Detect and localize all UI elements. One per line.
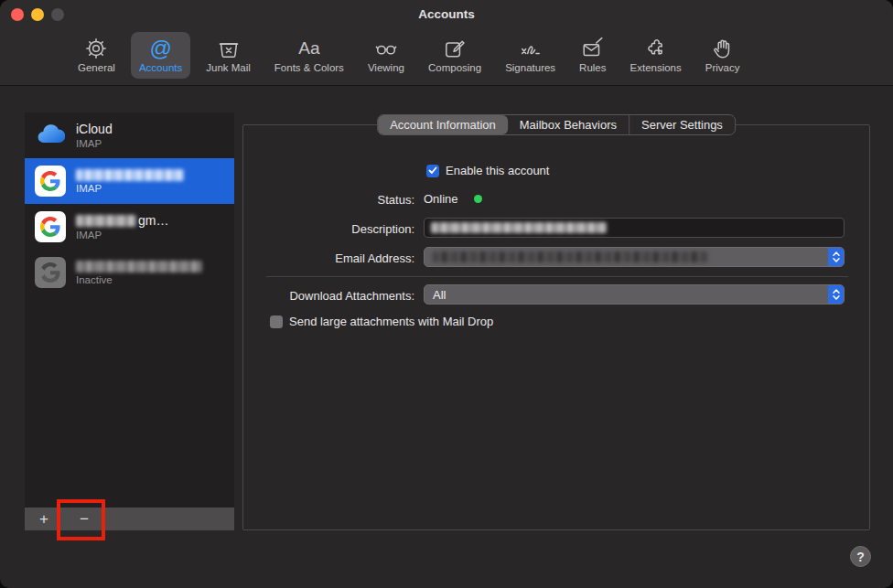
download-attachments-value: All	[433, 288, 446, 302]
toolbar-item-rules[interactable]: Rules	[571, 32, 614, 79]
account-row-icloud[interactable]: iCloud IMAP	[25, 112, 234, 158]
at-icon: @	[149, 36, 171, 60]
mail-settings-window: Accounts General @ Accounts	[0, 0, 893, 588]
account-type: IMAP	[76, 230, 168, 241]
account-type: IMAP	[76, 183, 184, 194]
toolbar-item-viewing[interactable]: Viewing	[360, 32, 413, 79]
google-icon	[35, 211, 66, 242]
help-button[interactable]: ?	[850, 546, 871, 567]
fonts-aa-icon: Aa	[298, 36, 319, 60]
title-bar: Accounts	[0, 0, 893, 29]
google-icon-grayed	[35, 257, 66, 288]
toolbar-item-composing[interactable]: Composing	[420, 32, 490, 79]
account-name-redacted	[76, 169, 184, 181]
toolbar-label: Rules	[579, 62, 606, 73]
toolbar-label: Junk Mail	[206, 62, 251, 73]
status-label: Status:	[243, 193, 414, 207]
mail-drop-row: Send large attachments with Mail Drop	[270, 315, 493, 328]
toolbar-item-junk-mail[interactable]: Junk Mail	[198, 32, 259, 79]
annotation-highlight-box	[57, 499, 105, 540]
accounts-list: iCloud IMAP IMAP gm…	[25, 112, 234, 508]
settings-toolbar: General @ Accounts Junk Mail Aa Fonts & …	[0, 29, 893, 86]
enable-account-row: Enable this account	[426, 164, 549, 177]
gear-icon	[84, 36, 108, 60]
download-attachments-label: Download Attachments:	[243, 289, 414, 303]
signature-icon	[519, 36, 543, 60]
mail-drop-checkbox[interactable]	[270, 315, 283, 328]
enable-account-checkbox[interactable]	[426, 165, 439, 177]
email-address-label: Email Address:	[243, 251, 414, 265]
compose-icon	[443, 36, 467, 60]
download-attachments-popup[interactable]: All	[424, 284, 845, 305]
toolbar-item-accounts[interactable]: @ Accounts	[131, 32, 190, 79]
toolbar-label: General	[78, 62, 115, 73]
account-status: Inactive	[76, 274, 202, 285]
icloud-icon	[35, 120, 66, 151]
status-value-row: Online	[424, 192, 482, 206]
enable-account-label: Enable this account	[446, 164, 549, 177]
toolbar-label: Signatures	[505, 62, 555, 73]
account-information-panel: Enable this account Status: Online Descr…	[242, 124, 870, 530]
account-row-google-selected[interactable]: IMAP	[25, 158, 234, 204]
description-label: Description:	[243, 222, 414, 236]
account-name-partial: gm…	[76, 213, 168, 228]
toolbar-item-fonts-colors[interactable]: Aa Fonts & Colors	[266, 32, 352, 79]
account-type: IMAP	[76, 138, 113, 149]
account-row-google-inactive[interactable]: Inactive	[25, 250, 234, 295]
toolbar-item-general[interactable]: General	[70, 32, 124, 79]
rules-envelope-icon	[581, 36, 605, 60]
popup-stepper-icon	[828, 285, 844, 304]
account-name-redacted	[76, 261, 202, 273]
mail-drop-label: Send large attachments with Mail Drop	[289, 315, 493, 328]
online-status-dot	[474, 195, 482, 203]
puzzle-icon	[644, 36, 668, 60]
account-name-suffix: gm…	[138, 213, 168, 228]
toolbar-item-privacy[interactable]: Privacy	[697, 32, 748, 79]
tab-account-information[interactable]: Account Information	[378, 115, 508, 134]
account-tabs: Account Information Mailbox Behaviors Se…	[377, 114, 736, 135]
status-value: Online	[424, 192, 458, 206]
toolbar-label: Accounts	[139, 62, 182, 73]
email-redacted-value	[433, 251, 707, 262]
email-address-popup[interactable]	[424, 247, 845, 267]
add-account-button[interactable]: +	[34, 508, 54, 530]
description-redacted-value	[431, 222, 607, 233]
description-field[interactable]	[424, 218, 845, 238]
toolbar-label: Fonts & Colors	[274, 62, 344, 73]
account-name: iCloud	[76, 122, 113, 136]
toolbar-label: Privacy	[705, 62, 740, 73]
toolbar-item-signatures[interactable]: Signatures	[497, 32, 564, 79]
section-divider	[266, 276, 848, 277]
toolbar-label: Extensions	[630, 62, 682, 73]
hand-icon	[711, 36, 735, 60]
tab-mailbox-behaviors[interactable]: Mailbox Behaviors	[508, 115, 629, 134]
junk-bin-icon	[217, 36, 241, 60]
account-row-google-2[interactable]: gm… IMAP	[25, 204, 234, 250]
toolbar-label: Viewing	[368, 62, 404, 73]
toolbar-item-extensions[interactable]: Extensions	[622, 32, 690, 79]
google-icon	[35, 166, 66, 197]
popup-stepper-icon	[828, 248, 844, 266]
glasses-icon	[374, 36, 398, 60]
tab-server-settings[interactable]: Server Settings	[629, 115, 735, 134]
window-title: Accounts	[0, 0, 893, 29]
toolbar-label: Composing	[428, 62, 481, 73]
